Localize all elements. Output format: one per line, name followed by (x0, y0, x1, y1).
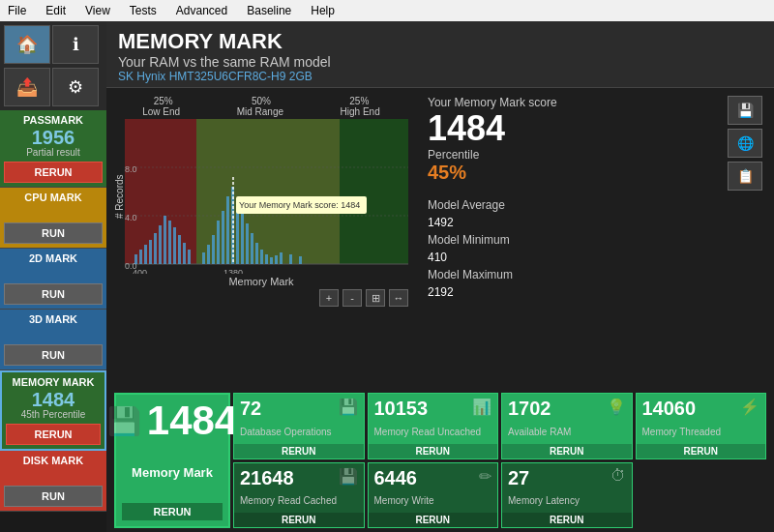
menu-advanced[interactable]: Advanced (172, 2, 231, 19)
score-info: Your Memory Mark score 1484 Percentile 4… (428, 96, 557, 184)
svg-rect-20 (188, 250, 191, 264)
home-icon-btn[interactable]: 🏠 (4, 25, 50, 64)
tile-cached-label: Memory Read Cached (240, 495, 358, 506)
sidebar-3d: 3D MARK RUN (0, 310, 106, 370)
memory-big-icon: 💾 (107, 405, 141, 437)
score-panel: Your Memory Mark score 1484 Percentile 4… (416, 88, 774, 389)
2d-run-btn[interactable]: RUN (4, 283, 103, 305)
menu-baseline[interactable]: Baseline (243, 2, 295, 19)
tile-memread-label: Memory Read Uncached (374, 427, 492, 437)
zoom-in-btn[interactable]: + (319, 289, 339, 307)
tile-write-header: 6446 ✏ (374, 467, 492, 489)
tile-ram-rerun-btn[interactable]: RERUN (502, 444, 632, 458)
svg-rect-10 (139, 250, 142, 264)
menu-file[interactable]: File (4, 2, 30, 19)
svg-rect-23 (212, 235, 215, 264)
upload-icon-btn[interactable]: 📤 (4, 68, 50, 106)
compare-btn[interactable]: 📋 (728, 162, 762, 191)
svg-rect-37 (280, 252, 283, 264)
settings-icon-btn[interactable]: ⚙ (52, 68, 99, 106)
content-header: MEMORY MARK Your RAM vs the same RAM mod… (106, 21, 774, 88)
menu-tests[interactable]: Tests (126, 2, 161, 19)
tile-ram-icon: 💡 (607, 398, 626, 416)
svg-text:400: 400 (133, 268, 147, 274)
model-avg-value: 1492 (428, 216, 454, 229)
tile-cached-value: 21648 (240, 467, 294, 489)
chart-segment-names: Low End Mid Range High End (114, 106, 408, 117)
tile-latency-rerun-btn[interactable]: RERUN (502, 513, 632, 527)
svg-rect-14 (159, 225, 162, 264)
tile-latency-header: 27 ⏱ (508, 467, 626, 489)
save-score-btn[interactable]: 💾 (728, 96, 762, 125)
tile-latency-icon: ⏱ (610, 467, 626, 485)
model-stats: Model Average 1492 Model Minimum 410 Mod… (428, 198, 762, 299)
svg-rect-31 (251, 233, 253, 264)
segment-mid-pct: 50% (252, 96, 271, 106)
tile-db-rerun-btn[interactable]: RERUN (234, 444, 364, 458)
svg-rect-11 (144, 245, 147, 264)
tile-big-rerun-btn[interactable]: RERUN (122, 503, 223, 520)
3d-run-btn[interactable]: RUN (4, 344, 103, 366)
model-avg-value-row: 1492 (428, 216, 762, 229)
svg-rect-30 (246, 223, 249, 264)
segment-low-pct: 25% (154, 96, 173, 106)
svg-rect-17 (173, 227, 176, 264)
tile-mem-write: 6446 ✏ Memory Write RERUN (368, 462, 499, 529)
menu-help[interactable]: Help (307, 2, 339, 19)
menu-view[interactable]: View (81, 2, 114, 19)
tile-write-rerun-btn[interactable]: RERUN (369, 513, 498, 527)
page-title: MEMORY MARK (118, 29, 762, 54)
tile-mem-read-unc: 10153 📊 Memory Read Uncached RERUN (368, 393, 499, 459)
svg-text:8.0: 8.0 (125, 164, 137, 174)
memory-value: 1484 (2, 390, 104, 409)
sidebar-passmark: PASSMARK 1956 Partial result RERUN (0, 110, 106, 188)
tile-db-header: 72 💾 (240, 398, 358, 420)
menubar: File Edit View Tests Advanced Baseline H… (0, 0, 774, 21)
segment-low-label: Low End (142, 106, 180, 117)
y-axis-label: # Records (114, 119, 125, 274)
passmark-sub: Partial result (0, 147, 106, 160)
svg-rect-39 (299, 256, 302, 264)
globe-btn[interactable]: 🌐 (728, 129, 762, 158)
tile-avail-ram: 1702 💡 Available RAM RERUN (501, 393, 633, 459)
svg-rect-18 (178, 235, 181, 264)
svg-rect-35 (270, 257, 273, 264)
model-max-row: Model Maximum (428, 268, 762, 281)
main-content: MEMORY MARK Your RAM vs the same RAM mod… (106, 21, 774, 532)
svg-rect-21 (202, 252, 205, 264)
tile-cached-rerun-btn[interactable]: RERUN (234, 513, 364, 527)
svg-rect-26 (226, 196, 229, 264)
passmark-rerun-btn[interactable]: RERUN (4, 162, 103, 183)
passmark-label: PASSMARK (0, 110, 106, 128)
tile-threaded-label: Memory Threaded (642, 427, 760, 437)
disk-label: DISK MARK (0, 451, 106, 468)
grid-btn[interactable]: ⊞ (366, 289, 385, 307)
sidebar-cpu: CPU MARK RUN (0, 188, 106, 249)
tile-memread-rerun-btn[interactable]: RERUN (369, 444, 498, 458)
info-icon-btn[interactable]: ℹ (52, 25, 99, 64)
page-subtitle: Your RAM vs the same RAM model (118, 54, 762, 70)
sidebar-top-icons: 🏠 ℹ (0, 21, 106, 68)
passmark-value: 1956 (0, 128, 106, 147)
score-title: Your Memory Mark score (428, 96, 557, 109)
fit-btn[interactable]: ↔ (389, 289, 408, 307)
cpu-run-btn[interactable]: RUN (4, 222, 103, 244)
zoom-out-btn[interactable]: - (342, 289, 362, 307)
svg-rect-24 (217, 221, 220, 264)
score-value: 1484 (428, 109, 557, 148)
svg-rect-32 (255, 243, 258, 264)
memory-sub: 45th Percentile (2, 409, 104, 422)
memory-rerun-btn[interactable]: RERUN (6, 424, 101, 445)
menu-edit[interactable]: Edit (42, 2, 70, 19)
segment-high-label: High End (341, 106, 380, 117)
tile-db-label: Database Operations (240, 427, 358, 437)
tile-threaded-rerun-btn[interactable]: RERUN (637, 444, 766, 458)
svg-rect-38 (289, 254, 292, 264)
svg-rect-12 (149, 240, 152, 264)
chart-controls: + - ⊞ ↔ (114, 289, 408, 307)
model-max-label: Model Maximum (428, 268, 513, 281)
sidebar-memory: MEMORY MARK 1484 45th Percentile RERUN (0, 370, 106, 451)
svg-rect-9 (134, 254, 137, 264)
tile-memread-header: 10153 📊 (374, 398, 492, 420)
disk-run-btn[interactable]: RUN (4, 486, 103, 507)
